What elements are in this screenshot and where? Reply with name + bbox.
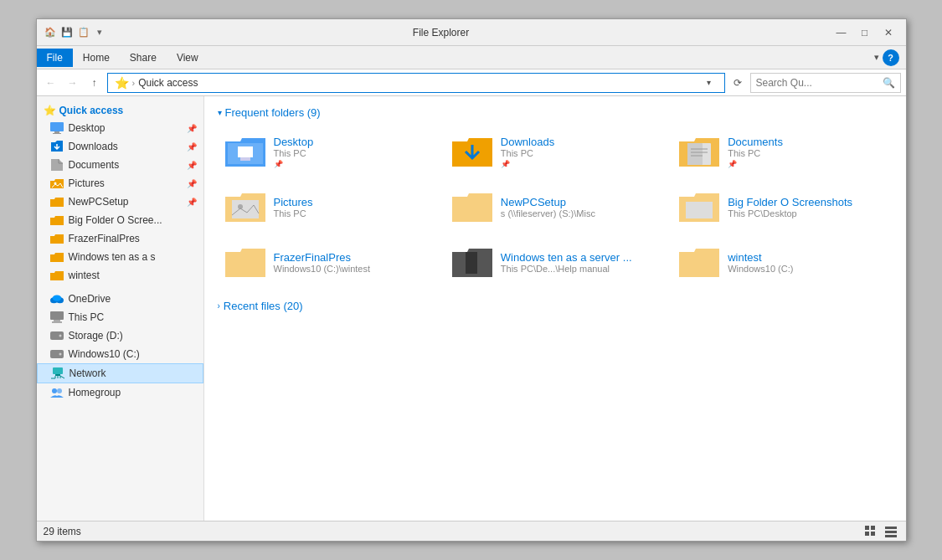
- folder-windowsten-info: Windows ten as a server ... This PC\De..…: [501, 251, 632, 274]
- menu-share[interactable]: Share: [120, 49, 167, 67]
- folder-item-wintest[interactable]: wintest Windows10 (C:): [672, 238, 892, 286]
- svg-point-16: [52, 388, 57, 393]
- sidebar-item-newpcsetup[interactable]: NewPCSetup 📌: [37, 193, 203, 211]
- back-button[interactable]: ←: [42, 74, 60, 92]
- sidebar-item-thispc[interactable]: This PC: [37, 308, 203, 326]
- close-button[interactable]: ✕: [878, 24, 899, 41]
- thispc-icon: [50, 311, 64, 324]
- folder-item-frazer[interactable]: FrazerFinalPres Windows10 (C:)\wintest: [218, 238, 438, 286]
- status-right: [862, 523, 899, 540]
- folder-item-bigfolder[interactable]: Big Folder O Screenshots This PC\Desktop: [672, 182, 892, 231]
- sidebar-downloads-label: Downloads: [69, 141, 118, 152]
- svg-rect-19: [238, 146, 253, 157]
- sidebar-item-pictures[interactable]: Pictures 📌: [37, 174, 203, 193]
- folder-downloads-name: Downloads: [501, 136, 554, 148]
- sidebar-item-desktop[interactable]: Desktop 📌: [37, 119, 203, 137]
- folder-item-windowsten[interactable]: Windows ten as a server ... This PC\De..…: [445, 238, 665, 286]
- menu-bar: File Home Share View ▾ ?: [37, 46, 906, 69]
- folder-item-newpcsetup[interactable]: NewPCSetup s (\\fileserver) (S:)\Misc: [445, 182, 665, 231]
- status-bar: 29 items: [37, 521, 906, 541]
- folder-item-desktop[interactable]: Desktop This PC 📌: [218, 127, 438, 176]
- sidebar-item-windowsten[interactable]: Windows ten as a s: [37, 248, 203, 266]
- folder-downloads-pin: 📌: [501, 160, 554, 168]
- sidebar-item-bigfolder[interactable]: Big Folder O Scree...: [37, 211, 203, 229]
- menu-view[interactable]: View: [167, 49, 208, 67]
- folder-downloads-info: Downloads This PC 📌: [501, 136, 554, 168]
- windowsten-icon: [50, 250, 64, 264]
- sidebar-onedrive-label: OneDrive: [69, 293, 111, 305]
- file-explorer-window: 🏠 💾 📋 ▾ File Explorer — □ ✕ File Home Sh…: [36, 18, 907, 542]
- recent-section-label: Recent files (20): [224, 300, 303, 312]
- sidebar-item-onedrive[interactable]: OneDrive: [37, 290, 203, 308]
- list-view-button[interactable]: [883, 523, 899, 540]
- help-button[interactable]: ?: [883, 49, 899, 66]
- maximize-button[interactable]: □: [854, 24, 876, 41]
- quick-access-section[interactable]: ⭐ Quick access: [37, 100, 203, 119]
- menu-home[interactable]: Home: [73, 49, 120, 67]
- sidebar-item-wintest[interactable]: wintest: [37, 266, 203, 285]
- frequent-section-header[interactable]: ▾ Frequent folders (9): [218, 106, 893, 119]
- folder-desktop-icon: [225, 135, 265, 168]
- onedrive-icon: [50, 292, 64, 306]
- folder-documents-name: Documents: [728, 136, 783, 148]
- folder-frazer-icon: [225, 245, 265, 279]
- sidebar-win10-label: Windows10 (C:): [69, 348, 140, 360]
- sidebar-item-downloads[interactable]: Downloads 📌: [37, 137, 203, 156]
- recent-section-header[interactable]: › Recent files (20): [218, 300, 893, 312]
- svg-rect-29: [466, 252, 477, 274]
- folder-wintest-info: wintest Windows10 (C:): [728, 251, 793, 274]
- folder-wintest-icon: [679, 245, 719, 279]
- folder-desktop-path: This PC: [274, 148, 314, 158]
- main-area: ⭐ Quick access Desktop 📌 Downloads 📌: [37, 96, 906, 521]
- folder-desktop-name: Desktop: [274, 136, 314, 148]
- folder-windowsten-path: This PC\De...\Help manual: [501, 264, 632, 274]
- sidebar-item-win10[interactable]: Windows10 (C:): [37, 345, 203, 363]
- menu-chevron[interactable]: ▾: [874, 52, 879, 63]
- folder-bigfolder-info: Big Folder O Screenshots This PC\Desktop: [728, 196, 852, 218]
- search-icon: 🔍: [883, 77, 895, 89]
- svg-rect-26: [232, 200, 259, 218]
- folder-pictures-icon: [225, 190, 265, 223]
- sidebar-item-storage-d[interactable]: Storage (D:): [37, 326, 203, 345]
- frequent-chevron-icon: ▾: [218, 108, 222, 117]
- window-title: File Explorer: [52, 27, 831, 39]
- address-dropdown-icon[interactable]: ▾: [701, 78, 718, 87]
- sidebar-network-label: Network: [69, 367, 106, 379]
- folder-bigfolder-icon: [679, 190, 719, 223]
- svg-rect-0: [50, 122, 64, 131]
- pictures-icon: [50, 177, 64, 190]
- folder-newpcsetup-name: NewPCSetup: [501, 196, 595, 208]
- minimize-button[interactable]: —: [831, 24, 852, 41]
- folder-item-pictures[interactable]: Pictures This PC: [218, 182, 438, 231]
- folder-item-documents[interactable]: Documents This PC 📌: [672, 127, 892, 176]
- homegroup-icon: [50, 386, 64, 399]
- sidebar-item-homegroup[interactable]: Homegroup: [37, 383, 203, 402]
- folder-pictures-info: Pictures This PC: [274, 196, 313, 218]
- svg-rect-33: [871, 532, 875, 536]
- folder-pictures-path: This PC: [274, 208, 313, 218]
- forward-button[interactable]: →: [64, 74, 82, 92]
- address-text: Quick access: [138, 77, 700, 89]
- folder-wintest-path: Windows10 (C:): [728, 264, 793, 274]
- menu-file[interactable]: File: [37, 49, 73, 67]
- sidebar-item-frazer[interactable]: FrazerFinalPres: [37, 229, 203, 248]
- folder-documents-info: Documents This PC 📌: [728, 136, 783, 168]
- address-field[interactable]: ⭐ › Quick access ▾: [107, 73, 725, 93]
- folder-downloads-icon: [452, 135, 492, 168]
- folder-item-downloads[interactable]: Downloads This PC 📌: [445, 127, 665, 176]
- address-star-icon: ⭐: [115, 76, 129, 90]
- svg-rect-8: [54, 320, 60, 321]
- refresh-button[interactable]: ⟳: [728, 74, 747, 92]
- folder-pictures-name: Pictures: [274, 196, 313, 208]
- window-controls: — □ ✕: [831, 24, 899, 41]
- svg-rect-20: [240, 157, 250, 161]
- grid-view-button[interactable]: [862, 523, 879, 540]
- sidebar-item-network[interactable]: Network: [37, 363, 203, 383]
- up-button[interactable]: ↑: [85, 74, 104, 92]
- folder-windowsten-name: Windows ten as a server ...: [501, 251, 632, 264]
- address-arrow: ›: [132, 78, 136, 88]
- sidebar-item-documents[interactable]: Documents 📌: [37, 156, 203, 174]
- svg-rect-9: [52, 321, 62, 323]
- search-input[interactable]: [756, 77, 883, 89]
- folder-newpcsetup-path: s (\\fileserver) (S:)\Misc: [501, 208, 595, 218]
